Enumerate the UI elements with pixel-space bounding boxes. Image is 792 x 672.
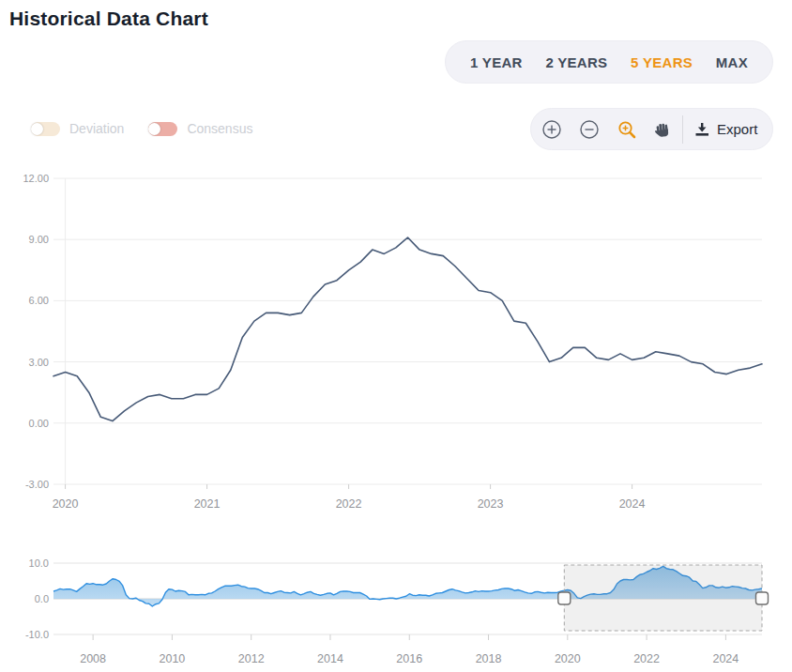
main-x-tick-label: 2022 — [336, 497, 362, 511]
navigator-handle-left[interactable] — [558, 592, 571, 604]
main-y-tick-label: 12.00 — [23, 173, 49, 184]
nav-x-tick-label: 2012 — [238, 652, 265, 665]
main-y-tick-label: 3.00 — [29, 357, 49, 368]
nav-x-tick-label: 2020 — [555, 652, 581, 665]
nav-x-tick-label: 2018 — [476, 652, 502, 665]
main-y-tick-label: 0.00 — [29, 418, 49, 429]
nav-y-tick-label: 0.0 — [35, 593, 49, 604]
main-x-tick-label: 2021 — [194, 497, 221, 511]
navigator-handle-right[interactable] — [756, 592, 769, 604]
main-x-tick-label: 2023 — [478, 497, 504, 511]
nav-x-tick-label: 2024 — [712, 652, 739, 665]
main-x-tick-label: 2024 — [619, 497, 646, 511]
main-y-tick-label: 6.00 — [29, 295, 49, 306]
nav-x-tick-label: 2016 — [396, 652, 422, 665]
nav-x-tick-label: 2008 — [80, 652, 106, 665]
main-y-tick-label: -3.00 — [25, 479, 49, 490]
main-y-tick-label: 9.00 — [29, 234, 49, 245]
historical-data-chart-page: Historical Data Chart 1 YEAR 2 YEARS 5 Y… — [0, 0, 792, 672]
main-plot-area[interactable] — [53, 178, 762, 484]
nav-y-tick-label: -10.0 — [25, 629, 49, 640]
nav-x-tick-label: 2014 — [317, 652, 343, 665]
main-x-tick-label: 2020 — [53, 497, 79, 511]
navigator-selection[interactable] — [564, 565, 762, 631]
nav-x-tick-label: 2022 — [633, 652, 660, 665]
charts-canvas: 12.009.006.003.000.00-3.0020202021202220… — [0, 0, 792, 672]
nav-y-tick-label: 10.0 — [29, 557, 49, 569]
nav-x-tick-label: 2010 — [160, 652, 186, 665]
